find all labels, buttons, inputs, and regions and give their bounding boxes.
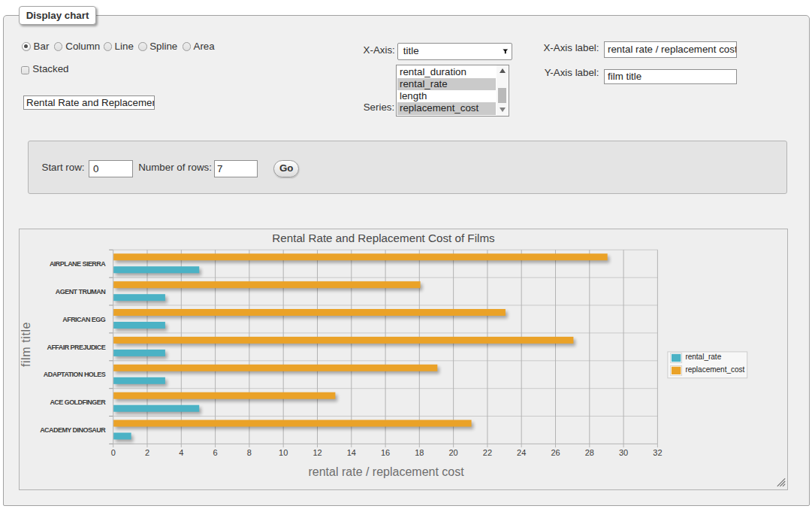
svg-text:ACADEMY DINOSAUR: ACADEMY DINOSAUR bbox=[40, 426, 106, 434]
svg-text:26: 26 bbox=[551, 448, 560, 457]
svg-text:film title: film title bbox=[20, 321, 32, 366]
svg-text:rental rate / replacement cost: rental rate / replacement cost bbox=[308, 465, 464, 478]
svg-text:replacement_cost: replacement_cost bbox=[685, 365, 744, 374]
svg-text:12: 12 bbox=[312, 448, 321, 457]
svg-text:30: 30 bbox=[618, 448, 627, 457]
svg-text:32: 32 bbox=[653, 448, 662, 457]
svg-text:ADAPTATION HOLES: ADAPTATION HOLES bbox=[43, 371, 105, 378]
svg-text:AFRICAN EGG: AFRICAN EGG bbox=[62, 315, 105, 323]
svg-text:0: 0 bbox=[110, 448, 115, 457]
svg-text:8: 8 bbox=[246, 448, 251, 457]
svg-text:ACE GOLDFINGER: ACE GOLDFINGER bbox=[50, 398, 106, 406]
svg-text:AGENT TRUMAN: AGENT TRUMAN bbox=[55, 287, 104, 295]
svg-text:AFFAIR PREJUDICE: AFFAIR PREJUDICE bbox=[47, 343, 105, 350]
svg-text:10: 10 bbox=[279, 448, 288, 457]
svg-text:28: 28 bbox=[584, 448, 593, 457]
svg-text:6: 6 bbox=[213, 448, 217, 457]
svg-text:16: 16 bbox=[380, 448, 389, 457]
svg-text:14: 14 bbox=[346, 448, 355, 457]
svg-text:2: 2 bbox=[144, 448, 149, 457]
svg-text:18: 18 bbox=[415, 448, 424, 457]
svg-text:20: 20 bbox=[448, 448, 457, 457]
svg-text:4: 4 bbox=[179, 448, 183, 457]
svg-text:Rental Rate and Replacement Co: Rental Rate and Replacement Cost of Film… bbox=[272, 231, 495, 244]
svg-text:22: 22 bbox=[482, 448, 491, 457]
svg-text:24: 24 bbox=[517, 448, 526, 457]
svg-text:rental_rate: rental_rate bbox=[685, 353, 721, 361]
svg-text:AIRPLANE SIERRA: AIRPLANE SIERRA bbox=[49, 259, 105, 267]
